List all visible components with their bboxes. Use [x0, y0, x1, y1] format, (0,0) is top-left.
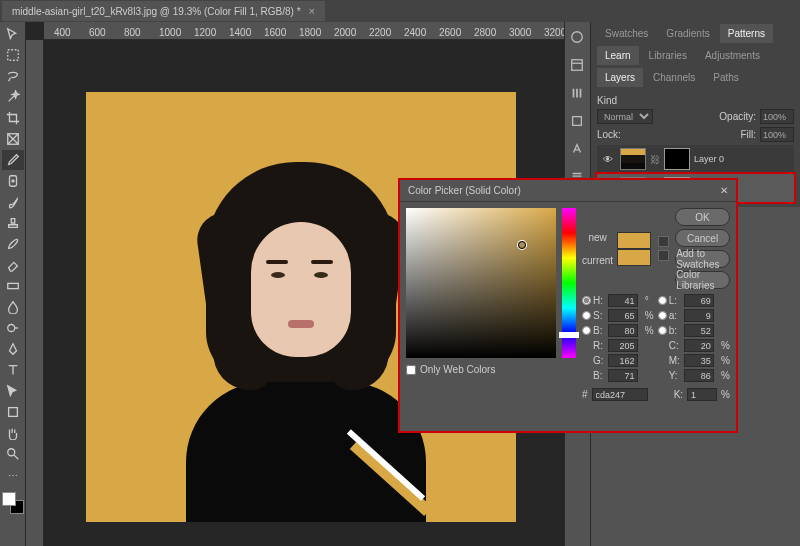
color-libraries-button[interactable]: Color Libraries	[675, 271, 730, 289]
crop-tool[interactable]	[2, 108, 24, 128]
h-input[interactable]	[608, 294, 638, 307]
tab-swatches[interactable]: Swatches	[597, 24, 656, 43]
healing-tool[interactable]	[2, 171, 24, 191]
document-tab[interactable]: middle-asian-girl_t20_kRv8l3.jpg @ 19.3%…	[2, 1, 325, 21]
document-tab-bar: middle-asian-girl_t20_kRv8l3.jpg @ 19.3%…	[0, 0, 800, 22]
g-input[interactable]	[608, 354, 638, 367]
k-input[interactable]	[687, 388, 717, 401]
tab-gradients[interactable]: Gradients	[658, 24, 717, 43]
tab-layers[interactable]: Layers	[597, 68, 643, 87]
add-swatches-button[interactable]: Add to Swatches	[675, 250, 730, 268]
libraries-panel-icon[interactable]	[568, 112, 586, 130]
marquee-tool[interactable]	[2, 45, 24, 65]
svg-rect-5	[9, 408, 18, 417]
tab-libraries[interactable]: Libraries	[641, 46, 695, 65]
tab-patterns[interactable]: Patterns	[720, 24, 773, 43]
gamut-warning-icon[interactable]	[658, 236, 669, 247]
r-input[interactable]	[608, 339, 638, 352]
color-cursor	[518, 241, 526, 249]
m-input[interactable]	[684, 354, 714, 367]
hue-slider[interactable]	[562, 208, 576, 358]
c-label: C:	[658, 340, 680, 351]
brush-tool[interactable]	[2, 192, 24, 212]
shape-tool[interactable]	[2, 402, 24, 422]
a-input[interactable]	[684, 309, 714, 322]
pen-tool[interactable]	[2, 339, 24, 359]
wand-tool[interactable]	[2, 87, 24, 107]
fill-input[interactable]	[760, 127, 794, 142]
svg-rect-3	[8, 283, 19, 288]
tab-learn[interactable]: Learn	[597, 46, 639, 65]
s-radio[interactable]: S:	[582, 310, 604, 321]
frame-tool[interactable]	[2, 129, 24, 149]
layers-tabs: Layers Channels Paths	[591, 66, 800, 88]
edit-toolbar[interactable]: ⋯	[2, 465, 24, 485]
current-label: current	[582, 255, 613, 266]
l-input[interactable]	[684, 294, 714, 307]
link-icon: ⛓	[650, 154, 660, 165]
tab-channels[interactable]: Channels	[645, 68, 703, 87]
cancel-button[interactable]: Cancel	[675, 229, 730, 247]
gradient-tool[interactable]	[2, 276, 24, 296]
c-input[interactable]	[684, 339, 714, 352]
opacity-input[interactable]	[760, 109, 794, 124]
color-swatches[interactable]	[2, 492, 24, 514]
h-radio[interactable]: H:	[582, 295, 604, 306]
blend-mode-select[interactable]: Normal	[597, 109, 653, 124]
tab-paths[interactable]: Paths	[705, 68, 747, 87]
properties-panel-icon[interactable]	[568, 56, 586, 74]
close-icon[interactable]: ✕	[720, 185, 728, 196]
hex-input[interactable]	[592, 388, 648, 401]
dialog-titlebar[interactable]: Color Picker (Solid Color) ✕	[400, 180, 736, 202]
rgb-b-input[interactable]	[608, 369, 638, 382]
web-colors-label: Only Web Colors	[420, 364, 495, 375]
character-panel-icon[interactable]	[568, 140, 586, 158]
hue-cursor	[559, 332, 579, 338]
b-radio[interactable]: B:	[582, 325, 604, 336]
eyedropper-tool[interactable]	[2, 150, 24, 170]
zoom-tool[interactable]	[2, 444, 24, 464]
document-title: middle-asian-girl_t20_kRv8l3.jpg @ 19.3%…	[12, 6, 301, 17]
y-input[interactable]	[684, 369, 714, 382]
filter-kind-label: Kind	[597, 95, 617, 106]
b-input[interactable]	[608, 324, 638, 337]
history-brush-tool[interactable]	[2, 234, 24, 254]
lab-b-radio[interactable]: b:	[658, 325, 680, 336]
layer-thumbnail[interactable]	[620, 148, 646, 170]
blur-tool[interactable]	[2, 297, 24, 317]
saturation-value-field[interactable]	[406, 208, 556, 358]
hand-tool[interactable]	[2, 423, 24, 443]
ok-button[interactable]: OK	[675, 208, 730, 226]
k-label: K:	[674, 389, 683, 400]
tools-panel: ⋯	[0, 22, 26, 546]
type-tool[interactable]	[2, 360, 24, 380]
mask-thumbnail[interactable]	[664, 148, 690, 170]
color-picker-dialog: Color Picker (Solid Color) ✕ Only Web Co…	[398, 178, 738, 433]
foreground-swatch[interactable]	[2, 492, 16, 506]
s-input[interactable]	[608, 309, 638, 322]
a-radio[interactable]: a:	[658, 310, 680, 321]
visibility-toggle[interactable]: 👁	[600, 154, 616, 165]
tab-adjustments[interactable]: Adjustments	[697, 46, 768, 65]
layer-name[interactable]: Layer 0	[694, 154, 791, 164]
adjustments-panel-icon[interactable]	[568, 84, 586, 102]
eraser-tool[interactable]	[2, 255, 24, 275]
web-colors-checkbox[interactable]	[406, 365, 416, 375]
lab-b-input[interactable]	[684, 324, 714, 337]
svg-rect-8	[572, 60, 583, 71]
horizontal-ruler: 4006008001000120014001600180020002200240…	[44, 22, 564, 40]
move-tool[interactable]	[2, 24, 24, 44]
r-label: R:	[582, 340, 604, 351]
websafe-warning-icon[interactable]	[658, 250, 669, 261]
lasso-tool[interactable]	[2, 66, 24, 86]
stamp-tool[interactable]	[2, 213, 24, 233]
dodge-tool[interactable]	[2, 318, 24, 338]
l-radio[interactable]: L:	[658, 295, 680, 306]
svg-point-4	[8, 325, 15, 332]
dialog-title: Color Picker (Solid Color)	[408, 185, 720, 196]
layer-row[interactable]: 👁 ⛓ Layer 0	[597, 145, 794, 173]
color-panel-icon[interactable]	[568, 28, 586, 46]
close-tab-icon[interactable]: ×	[309, 5, 315, 17]
new-current-swatch[interactable]	[617, 232, 651, 266]
path-tool[interactable]	[2, 381, 24, 401]
